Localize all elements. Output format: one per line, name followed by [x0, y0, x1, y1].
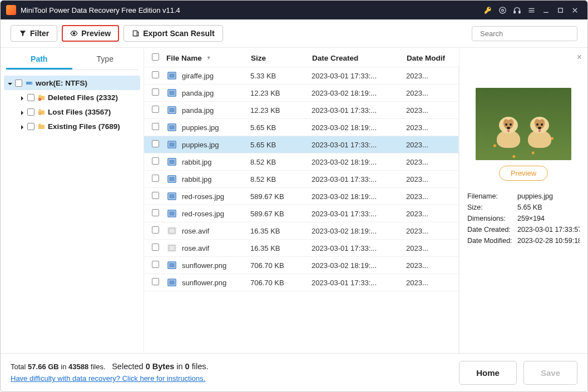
- svg-point-11: [73, 32, 75, 34]
- table-row[interactable]: giraffe.jpg5.33 KB2023-03-01 17:33:...20…: [144, 67, 458, 85]
- column-created[interactable]: Date Created: [312, 54, 407, 62]
- save-button[interactable]: Save: [523, 361, 577, 385]
- table-row[interactable]: red-roses.jpg589.67 KB2023-03-02 18:19:.…: [144, 188, 458, 205]
- deleted-folder-icon: [37, 93, 46, 102]
- table-row[interactable]: puppies.jpg5.65 KB2023-03-02 18:19:...20…: [144, 119, 458, 136]
- table-row[interactable]: rabbit.jpg8.52 KB2023-03-01 17:33:...202…: [144, 171, 458, 188]
- key-icon[interactable]: [481, 3, 495, 17]
- app-logo-icon: [6, 5, 16, 15]
- menu-icon[interactable]: [524, 3, 538, 17]
- search-field[interactable]: [480, 29, 574, 38]
- checkbox[interactable]: [152, 88, 159, 96]
- sort-desc-icon: ▼: [206, 55, 211, 61]
- file-list[interactable]: giraffe.jpg5.33 KB2023-03-01 17:33:...20…: [144, 67, 459, 353]
- file-created: 2023-03-01 17:33:...: [312, 72, 406, 80]
- table-row[interactable]: rose.avif16.35 KB2023-03-02 18:19:...202…: [144, 222, 458, 240]
- svg-point-16: [31, 82, 32, 83]
- checkbox[interactable]: [27, 108, 34, 116]
- file-panel: File Name▼ Size Date Created Date Modif …: [144, 48, 459, 353]
- checkbox[interactable]: [152, 244, 159, 251]
- table-row[interactable]: sunflower.png706.70 KB2023-03-02 18:19:.…: [144, 257, 458, 274]
- home-button[interactable]: Home: [459, 361, 517, 385]
- minimize-icon[interactable]: [538, 3, 553, 17]
- table-row[interactable]: panda.jpg12.23 KB2023-03-01 17:33:...202…: [144, 102, 458, 119]
- tree-item-deleted[interactable]: Deleted Files (2332): [4, 90, 140, 105]
- maximize-icon[interactable]: [553, 3, 567, 17]
- chevron-right-icon[interactable]: [19, 95, 25, 100]
- close-preview-icon[interactable]: ×: [577, 52, 582, 62]
- image-icon: [167, 279, 176, 286]
- file-modified: 2023...: [406, 175, 451, 183]
- folder-icon: [37, 122, 46, 131]
- file-size: 5.65 KB: [250, 123, 312, 132]
- meta-modified-key: Date Modified:: [467, 237, 517, 245]
- file-created: 2023-03-02 18:19:...: [312, 123, 406, 132]
- file-name: rabbit.jpg: [182, 175, 211, 183]
- checkbox[interactable]: [152, 261, 159, 268]
- table-row[interactable]: red-roses.jpg589.67 KB2023-03-01 17:33:.…: [144, 205, 458, 222]
- tree-item-existing[interactable]: Existing Files (7689): [4, 119, 140, 133]
- checkbox[interactable]: [152, 175, 159, 182]
- column-modified[interactable]: Date Modif: [407, 54, 451, 62]
- filter-label: Filter: [30, 29, 49, 38]
- export-button[interactable]: Export Scan Result: [123, 25, 223, 42]
- checkbox[interactable]: [152, 106, 159, 113]
- column-size[interactable]: Size: [251, 54, 312, 62]
- tree-item-label: Existing Files (7689): [48, 122, 120, 131]
- table-row[interactable]: rabbit.jpg8.52 KB2023-03-02 18:19:...202…: [144, 153, 458, 171]
- preview-button[interactable]: Preview: [62, 25, 119, 42]
- footer-selected: Selected 0 Bytes in 0 files.: [112, 362, 208, 371]
- checkbox[interactable]: [15, 80, 22, 87]
- filter-button[interactable]: Filter: [11, 25, 57, 42]
- image-icon: [167, 141, 176, 148]
- checkbox[interactable]: [27, 94, 34, 101]
- disc-icon[interactable]: [495, 3, 510, 17]
- search-input[interactable]: [472, 26, 577, 41]
- meta-size-key: Size:: [467, 204, 517, 211]
- file-modified: 2023...: [406, 210, 451, 218]
- preview-action-button[interactable]: Preview: [499, 166, 548, 181]
- tab-type[interactable]: Type: [72, 50, 139, 70]
- chevron-right-icon[interactable]: [19, 109, 25, 115]
- meta-size-val: 5.65 KB: [517, 204, 580, 211]
- svg-rect-8: [558, 8, 562, 12]
- file-size: 12.23 KB: [250, 89, 312, 97]
- meta-filename-val: puppies.jpg: [517, 192, 580, 200]
- file-modified: 2023...: [406, 72, 451, 80]
- svg-point-0: [499, 7, 505, 13]
- file-created: 2023-03-02 18:19:...: [312, 158, 406, 166]
- close-icon[interactable]: [567, 3, 582, 17]
- file-size: 706.70 KB: [250, 279, 312, 287]
- file-created: 2023-03-02 18:19:...: [312, 192, 406, 201]
- image-icon: [167, 106, 176, 114]
- checkbox[interactable]: [152, 192, 159, 199]
- tab-path[interactable]: Path: [6, 50, 72, 70]
- image-icon: [167, 123, 176, 131]
- table-row[interactable]: rose.avif16.35 KB2023-03-01 17:33:...202…: [144, 240, 458, 257]
- file-modified: 2023...: [406, 158, 451, 166]
- file-list-header: File Name▼ Size Date Created Date Modif: [144, 48, 459, 67]
- checkbox[interactable]: [27, 123, 34, 130]
- checkbox[interactable]: [152, 278, 159, 285]
- checkbox[interactable]: [152, 140, 159, 147]
- chevron-down-icon[interactable]: [7, 80, 13, 86]
- checkbox[interactable]: [152, 157, 159, 165]
- tree-item-lost[interactable]: ? Lost Files (33567): [4, 105, 140, 119]
- checkbox[interactable]: [152, 71, 159, 78]
- meta-dim-key: Dimensions:: [467, 215, 517, 222]
- checkbox-all[interactable]: [152, 53, 159, 61]
- table-row[interactable]: panda.jpg12.23 KB2023-03-02 18:19:...202…: [144, 85, 458, 102]
- table-row[interactable]: sunflower.png706.70 KB2023-03-01 17:33:.…: [144, 274, 458, 291]
- tree-root[interactable]: work(E: NTFS): [4, 76, 140, 90]
- checkbox[interactable]: [152, 209, 159, 216]
- column-filename[interactable]: File Name▼: [166, 54, 251, 62]
- checkbox[interactable]: [152, 226, 159, 234]
- help-link[interactable]: Have difficulty with data recovery? Clic…: [11, 374, 205, 383]
- headphones-icon[interactable]: [510, 3, 524, 17]
- file-created: 2023-03-01 17:33:...: [312, 279, 406, 287]
- image-icon: [167, 192, 176, 200]
- table-row[interactable]: puppies.jpg5.65 KB2023-03-01 17:33:...20…: [144, 136, 458, 153]
- chevron-right-icon[interactable]: [19, 123, 25, 129]
- checkbox[interactable]: [152, 123, 159, 130]
- window-title: MiniTool Power Data Recovery Free Editio…: [21, 6, 180, 14]
